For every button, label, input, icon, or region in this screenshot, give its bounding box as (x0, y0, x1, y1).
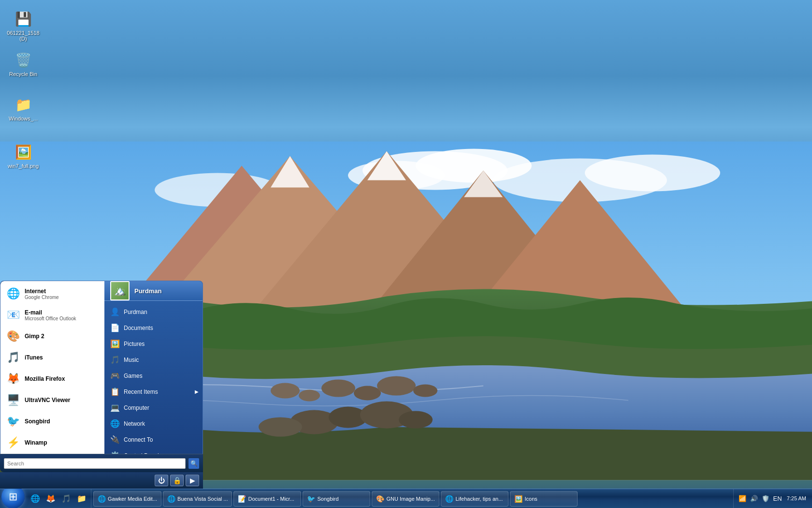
internet-icon: 🌐 (5, 286, 21, 301)
games-label: Games (124, 373, 143, 379)
quick-launch-media[interactable]: 🎵 (59, 492, 73, 506)
start-button[interactable] (0, 489, 26, 508)
ultravnc-icon: 🖥️ (5, 392, 21, 408)
songbird-icon: 🐦 (5, 414, 21, 429)
icons-icon: 🖼️ (514, 495, 522, 503)
taskbar-item-gawker[interactable]: 🌐Gawker Media Edit... (93, 491, 161, 507)
search-button[interactable]: 🔍 (188, 458, 199, 469)
winamp-name: Winamp (25, 439, 47, 446)
documents-label: Documents (124, 325, 153, 331)
start-right-item-network[interactable]: 🌐 Network (104, 416, 203, 432)
start-menu: 🌐 Internet Google Chrome 📧 E-mail Micros… (0, 281, 203, 489)
ultravnc-name: UltraVNC Viewer (25, 397, 70, 403)
gawker-label: Gawker Media Edit... (108, 496, 157, 502)
start-item-firefox[interactable]: 🦊 Mozilla Firefox (0, 368, 104, 389)
lifehacker-label: Lifehacker, tips an... (455, 496, 503, 502)
start-right-item-games[interactable]: 🎮 Games (104, 368, 203, 384)
start-right-item-connect-to[interactable]: 🔌 Connect To (104, 432, 203, 448)
start-right-item-control-panel[interactable]: ⚙️ Control Panel (104, 448, 203, 454)
songbird-label: Songbird (317, 496, 338, 502)
quick-launch-firefox[interactable]: 🦊 (44, 492, 58, 506)
desktop-icon-windows-folder[interactable]: 📁 Windows_... (4, 93, 43, 123)
recycle-bin-icon: 🗑️ (14, 50, 33, 70)
taskbar-item-songbird[interactable]: 🐦Songbird (303, 491, 370, 507)
start-right-item-computer[interactable]: 💻 Computer (104, 400, 203, 416)
control-panel-label: Control Panel (124, 452, 159, 454)
tray-network-icon[interactable]: 📶 (738, 494, 747, 503)
sleep-button[interactable]: ▶ (186, 475, 199, 486)
network-icon: 🌐 (110, 419, 120, 428)
quick-launch-chrome[interactable]: 🌐 (28, 492, 43, 506)
recent-items-icon: 📋 (110, 387, 120, 396)
start-item-gimp[interactable]: 🎨 Gimp 2 (0, 326, 104, 347)
win7-png-icon: 🖼️ (14, 142, 33, 162)
system-clock[interactable]: 7:25 AM (785, 495, 808, 502)
desktop-icon-recycle-bin[interactable]: 🗑️ Recycle Bin (4, 48, 43, 79)
taskbar-item-lifehacker[interactable]: 🌐Lifehacker, tips an... (441, 491, 508, 507)
start-item-songbird[interactable]: 🐦 Songbird (0, 411, 104, 432)
connect-to-icon: 🔌 (110, 435, 120, 444)
start-right-item-pictures[interactable]: 🖼️ Pictures (104, 336, 203, 352)
documents-icon: 📄 (110, 323, 120, 332)
start-right-item-documents[interactable]: 📄 Documents (104, 320, 203, 336)
drive-d-icon: 💾 (14, 9, 33, 29)
shutdown-button[interactable]: ⏻ (155, 475, 168, 486)
svg-point-1 (362, 151, 508, 190)
taskbar-item-buena-vista[interactable]: 🌐Buena Vista Social ... (163, 491, 232, 507)
user-avatar: 🏔️ (110, 281, 130, 300)
quick-launch-extra[interactable]: 📁 (74, 492, 89, 506)
desktop-icon-drive-d[interactable]: 💾 061221_1518(D) (4, 7, 43, 44)
start-menu-pinned-items: 🌐 Internet Google Chrome 📧 E-mail Micros… (0, 281, 104, 454)
email-name: E-mail (25, 309, 76, 316)
start-item-winamp[interactable]: ⚡ Winamp (0, 432, 104, 453)
songbird-name: Songbird (25, 418, 50, 425)
quick-launch-toolbar: 🌐 🦊 🎵 📁 (26, 489, 91, 508)
svg-point-24 (360, 402, 413, 429)
gnu-image-icon: 🎨 (376, 495, 384, 503)
svg-point-18 (377, 376, 416, 396)
svg-point-5 (585, 155, 720, 192)
start-item-internet[interactable]: 🌐 Internet Google Chrome (0, 283, 104, 304)
itunes-name: iTunes (25, 354, 43, 361)
desktop-icon-win7-png[interactable]: 🖼️ win7_full.png (4, 140, 43, 171)
tray-language-icon[interactable]: EN (772, 494, 783, 503)
internet-name: Internet (25, 288, 59, 295)
internet-sub: Google Chrome (25, 295, 59, 300)
svg-point-4 (493, 159, 667, 202)
start-item-ultravnc[interactable]: 🖥️ UltraVNC Viewer (0, 389, 104, 411)
taskbar-item-gnu-image[interactable]: 🎨GNU Image Manip... (372, 491, 439, 507)
windows-folder-icon: 📁 (14, 95, 33, 114)
firefox-name: Mozilla Firefox (25, 375, 65, 382)
gimp-name: Gimp 2 (25, 333, 44, 340)
start-item-email[interactable]: 📧 E-mail Microsoft Office Outlook (0, 304, 104, 326)
document1-label: Document1 - Micr... (248, 496, 294, 502)
start-item-msword[interactable]: 📝 Microsoft Office Word 2007 (0, 453, 104, 454)
taskbar-item-document1[interactable]: 📝Document1 - Micr... (233, 491, 301, 507)
purdman-icon: 👤 (110, 307, 120, 316)
start-menu-right-panel: 🏔️ Purdman 👤 Purdman 📄 Documents 🖼️ Pict… (104, 281, 203, 454)
tray-volume-icon[interactable]: 🔊 (749, 494, 759, 503)
start-menu-right-items: 👤 Purdman 📄 Documents 🖼️ Pictures 🎵 Musi… (104, 301, 203, 454)
svg-point-20 (271, 383, 300, 399)
songbird-icon: 🐦 (307, 495, 315, 503)
recycle-bin-label: Recycle Bin (9, 71, 37, 77)
svg-point-22 (329, 407, 367, 428)
computer-label: Computer (124, 404, 149, 411)
svg-point-17 (299, 390, 320, 402)
lock-button[interactable]: 🔒 (170, 475, 184, 486)
win7-png-label: win7_full.png (8, 163, 39, 169)
svg-point-3 (348, 161, 445, 190)
search-input[interactable] (4, 458, 186, 469)
start-right-item-music[interactable]: 🎵 Music (104, 352, 203, 368)
start-menu-user-header: 🏔️ Purdman (104, 281, 203, 301)
start-item-itunes[interactable]: 🎵 iTunes (0, 347, 104, 368)
taskbar: 🌐 🦊 🎵 📁 🌐Gawker Media Edit...🌐Buena Vist… (0, 489, 812, 508)
start-right-item-recent-items[interactable]: 📋 Recent Items ▶ (104, 384, 203, 400)
start-right-item-purdman[interactable]: 👤 Purdman (104, 304, 203, 320)
buena-vista-icon: 🌐 (167, 495, 175, 503)
svg-marker-9 (242, 151, 532, 326)
lifehacker-icon: 🌐 (445, 495, 453, 503)
control-panel-icon: ⚙️ (110, 451, 120, 454)
tray-security-icon[interactable]: 🛡️ (761, 494, 770, 503)
taskbar-item-icons[interactable]: 🖼️Icons (510, 491, 578, 507)
